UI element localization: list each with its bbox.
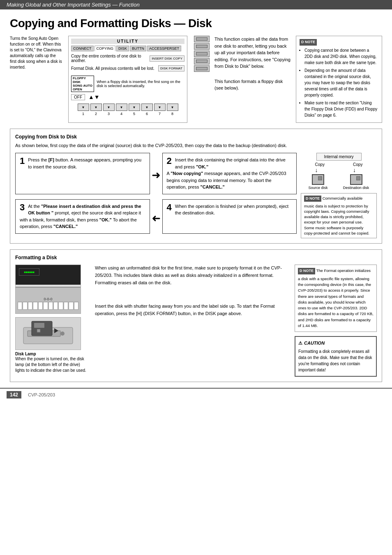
key-btn-7[interactable]: ▼	[154, 104, 166, 111]
drive-slot-j	[194, 65, 210, 72]
key-group-8: ▼ 8	[167, 104, 178, 116]
tab-buttn[interactable]: BUTTN	[130, 46, 146, 51]
drive-panel	[194, 36, 210, 123]
step-3-content: At the "Please insert a destination disk…	[20, 204, 141, 229]
format-right: D NOTE The Format operation initializes …	[295, 265, 377, 376]
utility-panel: UTILITY CONNECT COPYING DISK BUTTN ACCES…	[68, 36, 187, 123]
destination-disk-item: Destination disk	[343, 174, 369, 190]
piano-counter: 0-0-0	[44, 297, 52, 301]
format-main-text: When using an unformatted disk for the f…	[95, 265, 289, 286]
piano-white-keys	[18, 302, 78, 310]
white-key-8	[53, 302, 58, 310]
step-1-box: 1 Press the [F] button. A message appear…	[15, 153, 150, 194]
top-note-box: D NOTE Copying cannot be done between a …	[296, 36, 382, 123]
key-group-2: ▼ 2	[90, 104, 102, 116]
header-bar: Making Global and Other Important Settin…	[0, 0, 392, 9]
white-key-12	[74, 302, 78, 310]
source-disk-icon	[312, 174, 324, 185]
key-group-5: ▼ 5	[129, 104, 140, 116]
tab-access[interactable]: ACCESSPERSET	[147, 46, 181, 51]
destination-disk-icon	[350, 174, 362, 185]
format-note-box: D NOTE The Format operation initializes …	[295, 265, 377, 332]
copy-section-title: Copying from Disk to Disk	[15, 134, 377, 140]
source-disk-item: Source disk	[309, 174, 328, 190]
utility-title: UTILITY	[71, 39, 184, 44]
disk-format-btn[interactable]: DISK FORMAT	[158, 65, 184, 71]
caution-title: CAUTION	[304, 340, 325, 347]
step-3-4-arrow: ➜	[152, 199, 161, 237]
key-btn-3[interactable]: ▼	[103, 104, 115, 111]
key-group-4: ▼ 4	[116, 104, 127, 116]
page-number: 142	[7, 391, 21, 398]
utility-inner: Copy the entire contents of one disk to …	[71, 54, 184, 116]
drive-slot-f	[194, 36, 210, 42]
key-btn-4[interactable]: ▼	[116, 104, 127, 111]
disk-lamp-desc: When the power is turned on, the disk la…	[15, 356, 89, 373]
key-btn-8[interactable]: ▼	[167, 104, 178, 111]
tab-disk[interactable]: DISK	[116, 46, 129, 51]
step-4-box: 4 When the operation is finished (or whe…	[162, 199, 297, 234]
key-btn-5[interactable]: ▼	[129, 104, 140, 111]
steps-row-1: 1 Press the [F] button. A message appear…	[15, 153, 297, 198]
caution-header: ⚠ CAUTION	[298, 340, 373, 347]
white-key-4	[33, 302, 37, 310]
step-3-box: 3 At the "Please insert a destination di…	[15, 199, 150, 234]
step-4-number: 4	[167, 203, 172, 212]
step-2-content: Insert the disk containing the original …	[167, 157, 286, 189]
caution-box: ⚠ CAUTION Formatting a disk completely e…	[295, 336, 377, 377]
format-middle: When using an unformatted disk for the f…	[95, 265, 289, 376]
top-note-header: D NOTE	[300, 39, 317, 46]
drive-slot-i	[194, 58, 210, 64]
copy-note-box: D NOTE Commercially available music data…	[301, 193, 377, 238]
step-2-number: 2	[167, 157, 172, 166]
internal-memory-box: Internal memory	[316, 153, 362, 161]
white-key-1	[18, 302, 22, 310]
destination-disk-label: Destination disk	[343, 186, 369, 190]
utility-row2-text: Format Disk. All previous contents will …	[71, 66, 156, 71]
key-btn-6[interactable]: ▼	[141, 104, 153, 111]
copy-note-header: D NOTE	[304, 196, 321, 202]
white-key-9	[58, 302, 63, 310]
svg-point-2	[60, 332, 65, 336]
left-annotation: Turns the Song Auto Open function on or …	[10, 36, 63, 123]
drive-slot-g	[194, 43, 210, 50]
top-note-item-3: Make sure to read the section "Using the…	[304, 100, 378, 118]
tab-copying[interactable]: COPYING	[95, 46, 116, 51]
annotation-text: Turns the Song Auto Open function on or …	[10, 36, 62, 69]
utility-tabs: CONNECT COPYING DISK BUTTN ACCESSPERSET	[71, 46, 184, 51]
utility-row-2: Format Disk. All previous contents will …	[71, 65, 184, 71]
desc-panel: This function copies all the data from o…	[214, 36, 291, 123]
desc-line1: This function copies all the data from o…	[214, 36, 291, 70]
white-key-11	[69, 302, 73, 310]
header-title: Making Global and Other Important Settin…	[7, 2, 140, 8]
format-note-header: D NOTE	[298, 268, 315, 274]
piano-display: ■■■■■■	[19, 268, 39, 276]
model-label: CVP-205/203	[28, 392, 55, 397]
copy-intro: As shown below, first copy the data of t…	[15, 142, 377, 149]
format-note-text: The Format operation initializes a disk …	[298, 268, 374, 328]
main-content: Copying and Formatting Disks — Disk Turn…	[0, 9, 392, 382]
caution-text: Formatting a disk completely erases all …	[298, 348, 373, 373]
insert-disk-copy-btn[interactable]: INSERT DISK COPY	[150, 55, 184, 62]
caution-icon: ⚠	[298, 340, 302, 347]
white-key-7	[48, 302, 53, 310]
step-3-number: 3	[20, 203, 25, 212]
key-group-1: ▼ 1	[78, 104, 89, 116]
copy-from-disk-section: Copying from Disk to Disk As shown below…	[10, 129, 382, 244]
copy-arrows: Copy ↓ Copy ↓	[301, 162, 377, 173]
drive-slot-h	[194, 51, 210, 57]
floppy-desc: When a floppy disk is inserted, the firs…	[97, 80, 184, 88]
tab-connect[interactable]: CONNECT	[71, 46, 94, 51]
white-key-10	[64, 302, 68, 310]
key-btn-1[interactable]: ▼	[78, 104, 89, 111]
disk-insert-illustration	[15, 317, 81, 350]
key-btn-2[interactable]: ▼	[90, 104, 102, 111]
step-1-content: Press the [F] button. A message appears,…	[28, 157, 141, 169]
floppy-toggle[interactable]: OFF	[71, 94, 85, 100]
top-note-item-2: Depending on the amount of data containe…	[304, 67, 378, 98]
top-note-item-1: Copying cannot be done between a 2DD dis…	[304, 47, 378, 66]
page-footer: 142 CVP-205/203	[0, 388, 392, 401]
white-key-3	[28, 302, 32, 310]
step-4-content: When the operation is finished (or when …	[175, 204, 288, 216]
steps-area: 1 Press the [F] button. A message appear…	[15, 153, 297, 238]
